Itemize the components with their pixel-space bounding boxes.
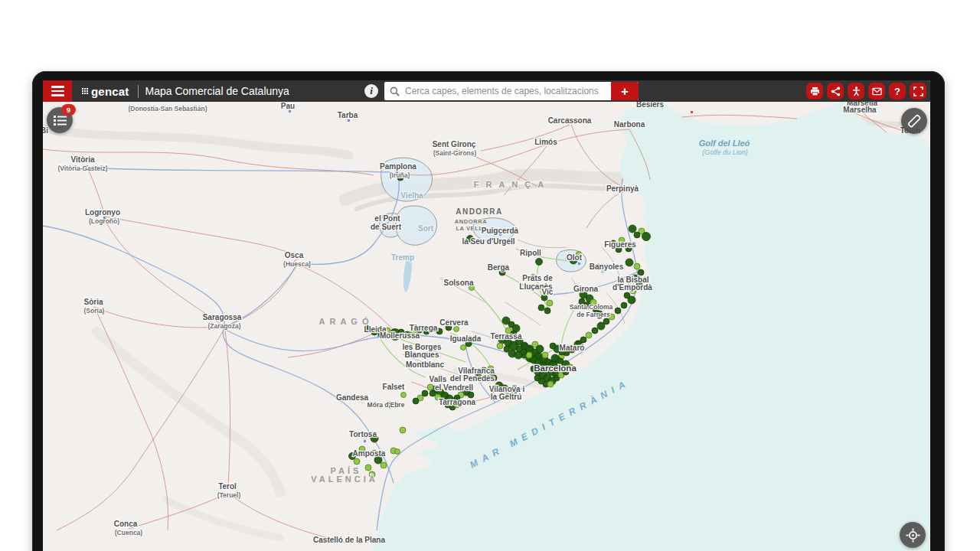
map-label: Móra d'Ebre (368, 401, 405, 409)
commerce-point[interactable] (454, 327, 459, 332)
commerce-point[interactable] (365, 465, 371, 471)
commerce-point[interactable] (354, 458, 360, 465)
map-label: de Suert (371, 223, 402, 231)
add-layer-button[interactable]: + (611, 82, 639, 100)
map-label: el Vendrell (435, 383, 473, 392)
map-label: (Huesca) (283, 260, 311, 268)
commerce-point[interactable] (401, 393, 407, 398)
map-label: la Seu d'Urgell (462, 237, 514, 246)
app-screen: gencat Mapa Comercial de Catalunya i + (43, 80, 930, 551)
map-label: Marselha (843, 106, 877, 114)
map-label: (Zaragoza) (208, 322, 241, 330)
app-header: gencat Mapa Comercial de Catalunya i + (43, 80, 930, 102)
map-canvas[interactable]: Bi(Donostia-San Sebastián)PauTarbaVitòri… (43, 102, 930, 551)
map-label: Figueres (604, 240, 636, 249)
geolocate-button[interactable] (900, 522, 926, 548)
map-label: Castelló de la Plana (313, 536, 385, 544)
map-label: Terrassa (491, 332, 522, 341)
map-label: Saragossa (203, 313, 242, 321)
measure-button[interactable] (901, 108, 927, 134)
map-label: Gandesa (336, 393, 369, 402)
map-label: Sòria (83, 298, 103, 306)
fullscreen-icon (913, 86, 923, 96)
commerce-point[interactable] (544, 308, 550, 314)
commerce-point[interactable] (461, 345, 466, 350)
commerce-point[interactable] (497, 343, 503, 349)
map-label: Girona (573, 285, 599, 293)
fullscreen-button[interactable] (910, 83, 926, 99)
map-label: Osca (285, 251, 304, 259)
commerce-point[interactable] (592, 328, 598, 334)
commerce-point[interactable] (400, 427, 406, 433)
commerce-point[interactable] (468, 392, 474, 398)
map-label: Besiers (636, 102, 665, 109)
gencat-logo[interactable]: gencat (82, 85, 129, 98)
crosshair-icon (906, 528, 920, 543)
search-icon (390, 86, 400, 96)
hamburger-icon (51, 86, 64, 88)
commerce-point[interactable] (395, 449, 400, 455)
commerce-point[interactable] (628, 296, 635, 304)
info-icon[interactable]: i (364, 84, 378, 98)
map-label: Montblanc (406, 360, 444, 369)
accessibility-button[interactable] (848, 83, 864, 99)
commerce-point[interactable] (413, 398, 419, 404)
commerce-point[interactable] (634, 232, 640, 238)
map-label: Santa Coloma (570, 303, 613, 311)
map-label: Tarba (338, 111, 358, 119)
help-button[interactable]: ? (889, 83, 906, 99)
map-label: (Iruña) (390, 171, 410, 179)
map-label: (Saint-Girons) (433, 149, 477, 157)
ruler-icon (906, 113, 922, 129)
map-label: Terol (218, 482, 237, 491)
commerce-point[interactable] (621, 302, 627, 308)
email-button[interactable] (868, 83, 885, 99)
accessibility-icon (851, 86, 861, 96)
map-label: Mollerussa (380, 331, 420, 340)
commerce-point[interactable] (381, 462, 387, 468)
commerce-point[interactable] (638, 269, 644, 276)
commerce-point[interactable] (427, 384, 433, 390)
commerce-point[interactable] (586, 332, 592, 338)
print-button[interactable] (806, 83, 823, 99)
map-label: (Vitòria-Gasteiz) (57, 165, 107, 172)
map-label: Carcassona (548, 116, 592, 125)
commerce-point[interactable] (516, 346, 522, 352)
commerce-point[interactable] (547, 300, 553, 306)
commerce-point[interactable] (538, 305, 544, 311)
commerce-point[interactable] (422, 390, 428, 396)
menu-button[interactable] (43, 80, 72, 102)
map-label: Puigcerdà (482, 227, 519, 235)
layers-button[interactable]: 9 (47, 107, 73, 133)
map-label: Bi (43, 126, 48, 135)
map-label: Valls (430, 375, 447, 383)
commerce-point[interactable] (547, 381, 554, 387)
map-label: Logronyo (85, 208, 120, 217)
map-label: del Penedès (450, 374, 495, 383)
map-label: Solsona (444, 279, 474, 287)
commerce-point[interactable] (615, 308, 621, 314)
commerce-point[interactable] (626, 259, 633, 266)
search-input[interactable] (403, 82, 611, 100)
commerce-point[interactable] (629, 225, 636, 233)
commerce-point[interactable] (642, 233, 651, 241)
share-button[interactable] (827, 83, 844, 99)
map-label: (Donostia-San Sebastián) (129, 105, 207, 112)
commerce-point[interactable] (542, 352, 548, 358)
map-label: ARAGÓ (319, 317, 374, 326)
map-label: Pamplona (380, 162, 416, 171)
map-label: (Logroño) (89, 217, 119, 225)
map-label: Golf del Lleó (699, 139, 750, 148)
map-label: Vic (542, 288, 554, 296)
layers-list-icon (54, 115, 67, 126)
commerce-point[interactable] (536, 259, 543, 266)
map-label: d'Empordà (612, 283, 652, 292)
map-label: Vielha (400, 191, 423, 200)
commerce-point[interactable] (597, 322, 605, 330)
commerce-point[interactable] (550, 343, 556, 349)
commerce-point[interactable] (634, 263, 640, 269)
map-label: (Golfe du Lion) (702, 148, 748, 156)
map-label: Mataró (560, 344, 585, 352)
share-icon (831, 86, 841, 96)
map-label: Limós (534, 138, 557, 146)
